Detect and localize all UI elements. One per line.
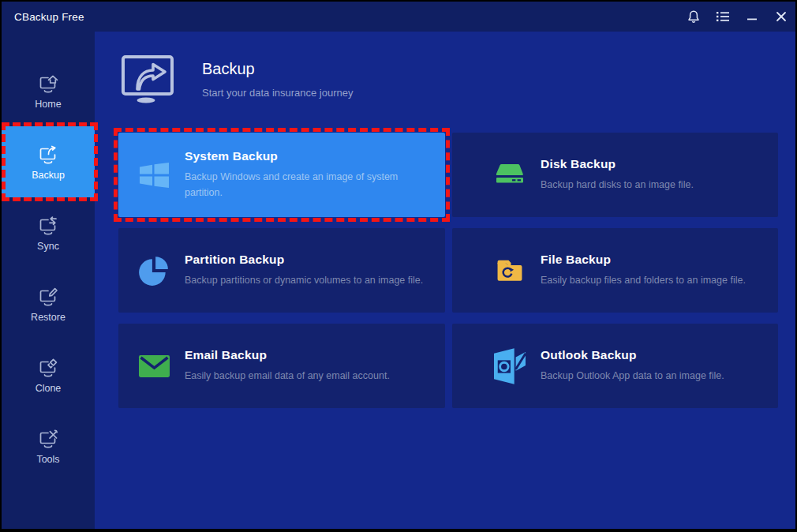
card-text: Email Backup Easily backup email data of… [185, 348, 398, 384]
app-window: CBackup Free [0, 0, 797, 532]
sidebar-item-tools[interactable]: Tools [2, 410, 95, 481]
sidebar-item-label: Backup [32, 170, 65, 181]
sidebar-item-label: Sync [37, 241, 59, 252]
page-title: Backup [202, 60, 354, 78]
card-partition-backup[interactable]: Partition Backup Backup partitions or dy… [118, 228, 445, 313]
card-email-backup[interactable]: Email Backup Easily backup email data of… [118, 324, 445, 408]
menu-button[interactable] [708, 2, 737, 32]
sidebar-item-label: Restore [31, 312, 65, 323]
close-icon [776, 11, 787, 22]
minimize-icon [746, 11, 758, 22]
minimize-button[interactable] [737, 2, 766, 32]
monitor-restore-icon [38, 286, 58, 307]
page-header: Backup Start your data insurance journey [118, 54, 795, 104]
card-disk-backup[interactable]: Disk Backup Backup hard disks to an imag… [452, 133, 778, 217]
backup-cards-grid: System Backup Backup Windows and create … [118, 133, 795, 408]
card-title: Partition Backup [185, 253, 423, 267]
sidebar-item-label: Tools [36, 454, 59, 465]
sidebar-item-clone[interactable]: Clone [2, 339, 95, 410]
outlook-icon [492, 348, 528, 384]
sidebar-item-label: Home [35, 99, 61, 110]
card-text: System Backup Backup Windows and create … [185, 149, 431, 200]
card-text: Disk Backup Backup hard disks to an imag… [541, 157, 702, 193]
notifications-button[interactable] [679, 2, 708, 32]
app-body: Home Backup [2, 32, 795, 529]
card-description: Backup hard disks to an image file. [541, 178, 694, 193]
bell-icon [687, 9, 701, 24]
card-file-backup[interactable]: File Backup Easily backup files and fold… [452, 228, 778, 313]
monitor-clone-icon [38, 357, 58, 378]
sidebar: Home Backup [2, 32, 95, 529]
pie-partition-icon [136, 254, 172, 287]
page-header-text: Backup Start your data insurance journey [202, 60, 354, 99]
sidebar-item-restore[interactable]: Restore [2, 268, 95, 339]
monitor-backup-arrow-icon [38, 144, 58, 165]
card-description: Backup Windows and create an image of sy… [185, 170, 423, 200]
sidebar-item-label: Clone [36, 383, 62, 394]
monitor-home-icon [38, 73, 58, 94]
card-description: Backup partitions or dynamic volumes to … [185, 273, 423, 288]
card-text: Partition Backup Backup partitions or dy… [185, 253, 431, 288]
card-title: File Backup [541, 253, 746, 267]
list-menu-icon [716, 10, 730, 23]
card-text: Outlook Backup Backup Outlook App data t… [541, 348, 732, 384]
card-system-backup[interactable]: System Backup Backup Windows and create … [118, 133, 445, 217]
card-title: Email Backup [185, 348, 390, 362]
card-description: Backup Outlook App data to an image file… [541, 369, 724, 384]
card-description: Easily backup files and folders to an im… [541, 273, 746, 288]
card-outlook-backup[interactable]: Outlook Backup Backup Outlook App data t… [452, 324, 778, 408]
app-inner: CBackup Free [2, 2, 795, 529]
sidebar-item-backup[interactable]: Backup [2, 126, 95, 197]
close-button[interactable] [766, 2, 795, 32]
main-pane: Backup Start your data insurance journey [95, 32, 795, 529]
envelope-icon [136, 355, 172, 377]
sidebar-item-home[interactable]: Home [2, 55, 95, 126]
titlebar: CBackup Free [2, 2, 795, 32]
card-text: File Backup Easily backup files and fold… [541, 253, 754, 288]
windows-logo-icon [136, 162, 172, 189]
monitor-backup-arrow-icon [118, 54, 177, 104]
monitor-tools-icon [38, 428, 58, 449]
card-title: System Backup [185, 149, 423, 163]
window-title: CBackup Free [2, 11, 84, 23]
hard-disk-icon [492, 163, 528, 188]
card-description: Easily backup email data of any email ac… [185, 369, 390, 384]
sidebar-item-sync[interactable]: Sync [2, 197, 95, 268]
page-subtitle: Start your data insurance journey [202, 87, 354, 99]
card-title: Outlook Backup [541, 348, 724, 362]
monitor-sync-icon [38, 215, 58, 236]
card-title: Disk Backup [541, 157, 694, 171]
folder-sync-icon [492, 259, 528, 283]
